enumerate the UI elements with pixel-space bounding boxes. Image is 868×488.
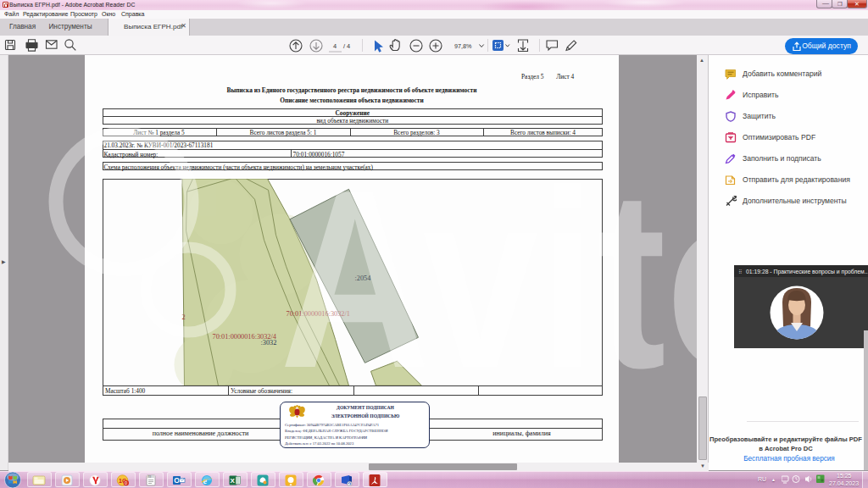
svg-text:O: O xyxy=(174,476,180,485)
svg-text::2054: :2054 xyxy=(354,275,371,283)
svg-text:97,8%: 97,8% xyxy=(454,42,472,49)
svg-text:0: 0 xyxy=(125,480,127,485)
svg-text:/ 4: / 4 xyxy=(343,42,350,50)
svg-text:2: 2 xyxy=(182,313,186,321)
svg-text:4: 4 xyxy=(333,42,337,50)
svg-text:X: X xyxy=(231,477,236,485)
svg-text:70:01:0000016:3032/1: 70:01:0000016:3032/1 xyxy=(287,311,350,319)
svg-text::3032: :3032 xyxy=(261,340,277,347)
svg-text:ПЗ: ПЗ xyxy=(148,474,152,478)
